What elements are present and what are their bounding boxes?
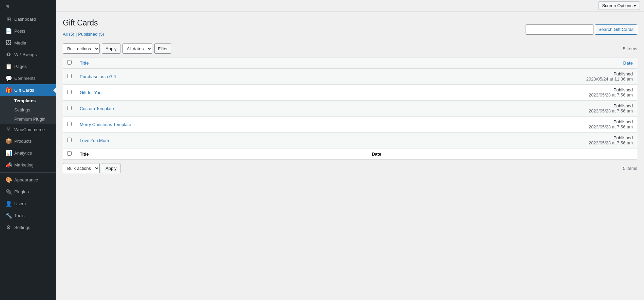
bulk-actions-bottom-select[interactable]: Bulk actions Delete [63, 163, 100, 173]
table-footer: Title Date [63, 148, 637, 160]
row-checkbox-input[interactable] [67, 74, 72, 78]
row-date-cell: Published2023/05/23 at 7:56 am [368, 133, 637, 148]
sidebar-item-woocommerce[interactable]: ⑂ WooCommerce [0, 124, 56, 135]
top-action-bar: Bulk actions Delete Apply All dates Filt… [63, 43, 637, 54]
sidebar-item-appearance[interactable]: 🎨 Appearance [0, 174, 56, 186]
sidebar-item-label: Analytics [14, 151, 32, 156]
sidebar-item-pages[interactable]: 📋 Pages [0, 60, 56, 72]
settings-icon: ⚙ [5, 224, 12, 231]
sidebar-item-plugins[interactable]: 🔌 Plugins [0, 186, 56, 198]
sidebar-item-label: WooCommerce [14, 127, 45, 132]
sidebar-item-posts[interactable]: 📄 Posts [0, 25, 56, 37]
bulk-actions-top-select[interactable]: Bulk actions Delete [63, 43, 100, 54]
row-date-cell: Published2023/05/23 at 7:56 am [368, 85, 637, 101]
wp-swings-icon: ♻ [5, 51, 12, 58]
row-checkbox-cell [63, 117, 76, 133]
row-date-cell: Published2023/05/24 at 11:36 am [368, 69, 637, 85]
table-row: Custom TemplatePublished2023/05/23 at 7:… [63, 101, 637, 117]
footer-row: Title Date [63, 148, 637, 160]
appearance-icon: 🎨 [5, 177, 12, 183]
search-bar: Search Gift Cards [526, 24, 637, 35]
sidebar-item-gift-cards[interactable]: 🎁 Gift Cards [0, 84, 56, 96]
row-date-cell: Published2023/05/23 at 7:56 am [368, 117, 637, 133]
posts-icon: 📄 [5, 28, 12, 34]
media-icon: 🖼 [5, 40, 12, 46]
table-header: Title Date [63, 57, 637, 69]
wp-logo-icon: ⊞ [5, 4, 9, 9]
row-title-link[interactable]: Love You Mom [80, 138, 109, 143]
sidebar-item-products[interactable]: 📦 Products [0, 135, 56, 147]
row-title-cell: Custom Template [76, 101, 368, 117]
row-checkbox-cell [63, 133, 76, 148]
screen-options-label: Screen Options [602, 3, 632, 8]
items-count-top: 5 items [623, 46, 637, 51]
sidebar-item-label: Dashboard [14, 17, 36, 22]
row-date-value: 2023/05/24 at 11:36 am [586, 76, 633, 82]
screen-options-button[interactable]: Screen Options ▾ [598, 1, 640, 10]
search-gift-cards-button[interactable]: Search Gift Cards [595, 24, 637, 35]
items-count-bottom: 5 items [623, 166, 637, 171]
table-row: Gift for YouPublished2023/05/23 at 7:56 … [63, 85, 637, 101]
row-checkbox-cell [63, 85, 76, 101]
content-area: Gift Cards All (5) | Published (5) Searc… [56, 12, 644, 300]
filter-sep: | [76, 32, 77, 37]
sidebar-item-dashboard[interactable]: ⊞ Dashboard [0, 13, 56, 25]
row-checkbox-cell [63, 69, 76, 85]
sidebar-item-users[interactable]: 👤 Users [0, 198, 56, 210]
plugins-icon: 🔌 [5, 189, 12, 195]
top-bar: Screen Options ▾ [56, 0, 644, 12]
sidebar-item-label: Gift Cards [14, 88, 34, 93]
row-checkbox-input[interactable] [67, 90, 72, 94]
sidebar-item-label: Media [14, 40, 26, 46]
row-status: Published [613, 103, 633, 108]
filter-all[interactable]: All (5) [63, 32, 74, 37]
sidebar-item-marketing[interactable]: 📣 Marketing [0, 159, 56, 171]
row-date-value: 2023/05/23 at 7:56 am [589, 108, 633, 113]
sidebar-item-settings[interactable]: ⚙ Settings [0, 222, 56, 233]
header-date: Date [368, 57, 637, 69]
row-checkbox-input[interactable] [67, 106, 72, 110]
sidebar-item-analytics[interactable]: 📊 Analytics [0, 147, 56, 159]
row-date-value: 2023/05/23 at 7:56 am [589, 124, 633, 129]
sidebar-item-label: Plugins [14, 189, 29, 194]
row-title-link[interactable]: Custom Template [80, 106, 114, 111]
row-status: Published [613, 87, 633, 92]
select-all-checkbox[interactable] [67, 60, 72, 65]
footer-title[interactable]: Title [76, 148, 368, 160]
row-checkbox-input[interactable] [67, 122, 72, 126]
submenu-item-templates[interactable]: Templates [0, 96, 56, 105]
row-title-link[interactable]: Gift for You [80, 90, 101, 95]
users-icon: 👤 [5, 200, 12, 207]
apply-bottom-button[interactable]: Apply [102, 163, 120, 173]
tools-icon: 🔧 [5, 212, 12, 219]
search-input[interactable] [526, 24, 593, 35]
filter-published[interactable]: Published (5) [78, 32, 104, 37]
header-title[interactable]: Title [76, 57, 368, 69]
row-status: Published [613, 71, 633, 76]
row-title-link[interactable]: Merry Christmas Template [80, 122, 131, 127]
sidebar-item-comments[interactable]: 💬 Comments [0, 72, 56, 84]
row-title-link[interactable]: Purchase as a Gift [80, 74, 116, 79]
row-checkbox-input[interactable] [67, 138, 72, 142]
select-all-checkbox-bottom[interactable] [67, 151, 72, 156]
sidebar-item-media[interactable]: 🖼 Media [0, 37, 56, 49]
sidebar-item-label: Marketing [14, 162, 34, 167]
filter-button[interactable]: Filter [154, 43, 172, 54]
filter-links: All (5) | Published (5) [63, 32, 104, 37]
chevron-down-icon: ▾ [634, 3, 636, 8]
dashboard-icon: ⊞ [5, 16, 12, 22]
products-icon: 📦 [5, 138, 12, 144]
row-date-value: 2023/05/23 at 7:56 am [589, 140, 633, 145]
submenu-item-settings[interactable]: Settings [0, 105, 56, 114]
row-title-cell: Love You Mom [76, 133, 368, 148]
analytics-icon: 📊 [5, 150, 12, 156]
table-row: Love You MomPublished2023/05/23 at 7:56 … [63, 133, 637, 148]
comments-icon: 💬 [5, 75, 12, 82]
header-row: Title Date [63, 57, 637, 69]
gift-cards-icon: 🎁 [5, 87, 12, 93]
sidebar-item-wp-swings[interactable]: ♻ WP Swings [0, 49, 56, 60]
sidebar-item-tools[interactable]: 🔧 Tools [0, 210, 56, 222]
apply-top-button[interactable]: Apply [102, 43, 120, 54]
date-filter-select[interactable]: All dates [122, 43, 152, 54]
submenu-item-premium-plugin[interactable]: Premium Plugin [0, 114, 56, 124]
